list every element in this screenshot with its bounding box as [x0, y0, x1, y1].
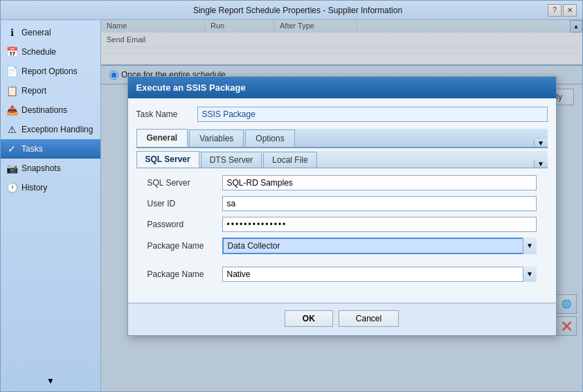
general-icon: ℹ: [6, 27, 17, 38]
sidebar-label-tasks: Tasks: [21, 144, 43, 154]
sub-tab-bar: SQL Server DTS Server Local File ▼: [136, 151, 548, 168]
package-name-2-label: Package Name: [147, 269, 217, 279]
window-title: Single Report Schedule Properties - Supp…: [48, 6, 548, 15]
tab-variables[interactable]: Variables: [189, 130, 244, 147]
help-button[interactable]: ?: [548, 4, 562, 17]
sql-server-row: SQL Server: [147, 175, 537, 190]
history-icon: 🕐: [6, 182, 17, 193]
sub-tab-dts-server[interactable]: DTS Server: [201, 152, 262, 168]
sidebar-item-tasks[interactable]: ✓ Tasks: [1, 139, 100, 159]
sub-tab-local-file[interactable]: Local File: [263, 152, 316, 168]
tab-dropdown[interactable]: ▼: [534, 139, 548, 147]
snapshots-icon: 📷: [6, 163, 17, 174]
task-name-row: Task Name: [136, 107, 548, 122]
password-input[interactable]: [222, 217, 537, 232]
package-name-1-row: Package Name Data Collector Option 2 ▼: [147, 238, 537, 254]
main-window: Single Report Schedule Properties - Supp…: [0, 0, 583, 392]
tab-bar: General Variables Options ▼: [136, 129, 548, 148]
sidebar-item-schedule[interactable]: 📅 Schedule: [1, 42, 100, 62]
user-id-input[interactable]: [222, 196, 537, 211]
sidebar: ℹ General 📅 Schedule 📄 Report Options 📋 …: [1, 20, 101, 391]
report-options-icon: 📄: [6, 66, 17, 77]
sub-tab-sql-server[interactable]: SQL Server: [136, 151, 199, 168]
password-row: Password: [147, 217, 537, 232]
sql-server-input[interactable]: [222, 175, 537, 190]
password-label: Password: [147, 220, 217, 229]
tab-general[interactable]: General: [136, 129, 188, 147]
user-id-row: User ID: [147, 196, 537, 211]
dialog-body: Task Name General Variables Options ▼: [128, 98, 556, 303]
sidebar-label-snapshots: Snapshots: [21, 163, 61, 173]
package-name-1-select[interactable]: Data Collector Option 2: [222, 238, 537, 254]
dialog-title: Execute an SSIS Package: [128, 77, 556, 98]
report-icon: 📋: [6, 85, 17, 96]
exception-handling-icon: ⚠: [6, 124, 17, 135]
dialog-ok-button[interactable]: OK: [285, 310, 333, 327]
sidebar-item-destinations[interactable]: 📤 Destinations: [1, 100, 100, 120]
sidebar-item-snapshots[interactable]: 📷 Snapshots: [1, 159, 100, 178]
tab-options[interactable]: Options: [245, 130, 294, 147]
sidebar-item-exception-handling[interactable]: ⚠ Exception Handling: [1, 120, 100, 139]
package-name-2-row: Package Name Native Option 2 ▼: [147, 267, 537, 282]
task-name-label: Task Name: [136, 109, 192, 119]
sidebar-label-report: Report: [21, 86, 46, 96]
package-name-2-select[interactable]: Native Option 2: [222, 267, 537, 282]
close-button[interactable]: ✕: [563, 4, 577, 17]
task-name-input[interactable]: [197, 107, 548, 122]
package-name-1-wrapper: Data Collector Option 2 ▼: [222, 238, 537, 254]
user-id-label: User ID: [147, 199, 217, 208]
sidebar-scroll-down[interactable]: ▼: [1, 373, 100, 389]
schedule-icon: 📅: [6, 46, 17, 57]
dialog-cancel-button[interactable]: Cancel: [339, 310, 399, 327]
form-section: SQL Server User ID Password: [136, 168, 548, 294]
modal-overlay: Execute an SSIS Package Task Name Genera…: [101, 20, 582, 391]
sub-tab-dropdown[interactable]: ▼: [534, 160, 548, 168]
sidebar-label-destinations: Destinations: [21, 105, 67, 115]
title-controls: ? ✕: [548, 4, 577, 17]
package-name-2-wrapper: Native Option 2 ▼: [222, 267, 537, 282]
sidebar-label-schedule: Schedule: [21, 47, 56, 57]
sidebar-item-report[interactable]: 📋 Report: [1, 81, 100, 100]
title-bar: Single Report Schedule Properties - Supp…: [1, 1, 582, 20]
sidebar-label-general: General: [21, 28, 51, 37]
package-name-1-label: Package Name: [147, 241, 217, 251]
sidebar-item-history[interactable]: 🕐 History: [1, 178, 100, 197]
sidebar-label-exception-handling: Exception Handling: [21, 125, 93, 134]
content-area: ℹ General 📅 Schedule 📄 Report Options 📋 …: [1, 20, 582, 391]
sidebar-item-report-options[interactable]: 📄 Report Options: [1, 62, 100, 81]
tasks-icon: ✓: [6, 143, 17, 154]
execute-ssis-dialog: Execute an SSIS Package Task Name Genera…: [127, 76, 557, 336]
destinations-icon: 📤: [6, 105, 17, 116]
sidebar-item-general[interactable]: ℹ General: [1, 23, 100, 42]
main-panel: Name Run After Type ▲ Send Email: [101, 20, 582, 391]
sidebar-label-history: History: [21, 183, 47, 193]
dialog-buttons: OK Cancel: [128, 303, 556, 335]
sql-server-label: SQL Server: [147, 178, 217, 188]
sidebar-label-report-options: Report Options: [21, 66, 78, 76]
